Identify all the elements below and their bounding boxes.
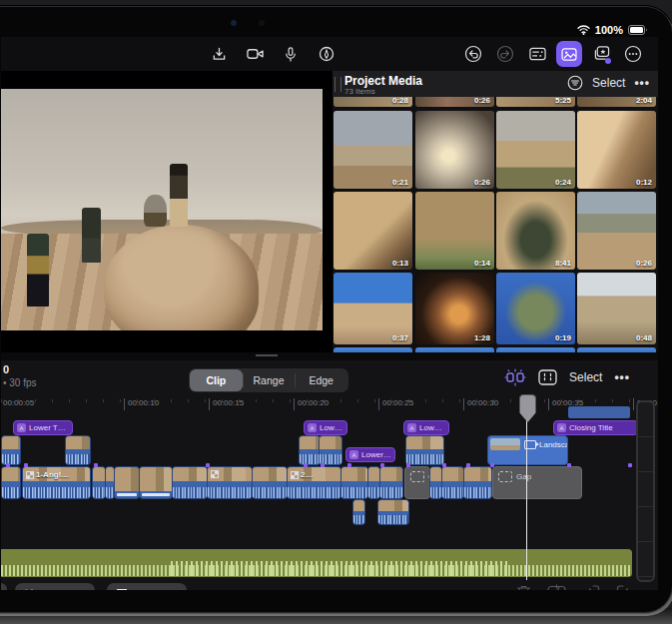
clip-waveform	[430, 487, 441, 498]
app-screen: 00:00:37:14 41% ••• 0:280:265:252:040:21…	[1, 37, 658, 590]
media-thumbnail[interactable]: 0:26	[415, 111, 494, 189]
media-thumbnail[interactable]: 0:24	[496, 111, 575, 189]
panel-grab-handle[interactable]	[335, 77, 341, 92]
playhead-line[interactable]	[526, 400, 527, 580]
title-clip-label: Closing Title	[569, 423, 613, 432]
media-thumbnail[interactable]: 0:14	[415, 192, 494, 270]
multicam-button[interactable]: Multicam	[107, 583, 187, 590]
wifi-icon	[577, 25, 590, 35]
clip-label	[211, 470, 219, 478]
timeline-lanes: ALower T…ALow…ALow…AClosing TitleALower……	[1, 360, 640, 580]
video-clip[interactable]	[299, 435, 321, 465]
connected-video-clip[interactable]: Landscap…	[487, 435, 568, 465]
redo-icon[interactable]	[492, 41, 518, 67]
media-more-icon[interactable]: •••	[634, 76, 650, 90]
undo-icon[interactable]	[460, 41, 486, 67]
clip-filmstrip	[2, 467, 20, 481]
video-clip[interactable]	[441, 466, 464, 499]
video-clip[interactable]	[352, 499, 365, 525]
status-bar: 100%	[577, 24, 648, 36]
clip-waveform	[173, 487, 207, 498]
media-thumbnail[interactable]: 0:37	[334, 273, 412, 344]
top-toolbar	[1, 37, 658, 71]
video-clip[interactable]	[340, 466, 368, 499]
multicam-clip-icon	[26, 471, 34, 479]
clip-waveform	[406, 454, 443, 464]
thumbnail-duration: 0:12	[636, 178, 652, 187]
pencil-icon[interactable]	[314, 41, 339, 67]
more-icon[interactable]	[620, 41, 646, 67]
disable-clip-icon[interactable]	[547, 584, 566, 590]
title-clip[interactable]: ALow…	[403, 420, 449, 435]
thumbnail-duration: 0:48	[636, 333, 652, 342]
overwrite-icon[interactable]	[616, 584, 634, 590]
clip-waveform	[341, 487, 367, 498]
clip-filmstrip	[353, 500, 364, 511]
media-thumbnail[interactable]: 0:26	[577, 192, 656, 270]
video-clip[interactable]	[114, 466, 140, 499]
timeline-footer: AnimateMulticam	[1, 580, 658, 590]
video-clip[interactable]	[252, 466, 288, 499]
connection-dot	[24, 463, 28, 467]
media-thumbnail[interactable]: 0:48	[577, 273, 656, 344]
clip-label: 2…	[291, 470, 313, 479]
title-clip[interactable]: ALower T…	[13, 420, 73, 435]
panel-divider[interactable]	[1, 352, 658, 360]
video-clip[interactable]: 1-Angl…	[22, 466, 91, 499]
media-browser-icon[interactable]	[556, 41, 582, 67]
title-clip[interactable]: ALow…	[304, 420, 347, 435]
video-clip[interactable]	[1, 435, 21, 465]
title-clip[interactable]: ALower…	[345, 447, 395, 462]
gap-icon	[498, 471, 512, 482]
title-badge-icon: A	[17, 423, 26, 432]
delete-icon[interactable]	[516, 584, 531, 590]
video-clip[interactable]	[405, 435, 444, 465]
footer-partial-button[interactable]	[1, 583, 7, 590]
filter-icon[interactable]	[567, 75, 583, 91]
clip-label: 1-Angl…	[26, 470, 69, 479]
page: 100%	[0, 0, 672, 624]
effects-icon[interactable]	[588, 41, 614, 67]
video-clip[interactable]	[379, 466, 403, 499]
import-icon[interactable]	[206, 41, 232, 67]
video-clip[interactable]	[92, 466, 106, 499]
gap-clip[interactable]: Gap	[492, 466, 582, 499]
clip-label: Landscap…	[524, 440, 568, 449]
title-clip-label: Lower T…	[29, 423, 66, 432]
video-clip[interactable]	[1, 466, 21, 499]
media-thumbnail[interactable]: 8:41	[496, 192, 575, 270]
timeline-section: 0 • 30 fps ClipRangeEdge Select •••	[1, 360, 658, 590]
connection-dot	[321, 463, 325, 467]
inspector-icon[interactable]	[524, 41, 550, 67]
preview-frame	[1, 89, 323, 330]
media-thumbnail[interactable]: 0:21	[334, 111, 412, 189]
media-thumbnail[interactable]: 0:12	[577, 111, 656, 189]
video-clip[interactable]	[65, 435, 91, 465]
gap-clip[interactable]: G…	[404, 466, 430, 499]
clip-filmstrip	[464, 467, 491, 481]
person-standing	[170, 164, 188, 227]
camera-icon[interactable]	[242, 41, 268, 67]
video-clip[interactable]: 2…	[287, 466, 341, 499]
thumbnail-duration: 5:25	[555, 96, 571, 105]
mic-icon[interactable]	[278, 41, 304, 67]
media-thumbnail[interactable]: 0:13	[334, 192, 412, 270]
video-clip[interactable]	[172, 466, 208, 499]
media-thumbnail[interactable]: 1:28	[415, 273, 494, 344]
thumbnail-duration: 0:28	[392, 96, 408, 105]
video-clip[interactable]	[319, 435, 342, 465]
video-clip[interactable]	[463, 466, 492, 499]
media-thumbnail[interactable]: 0:19	[496, 273, 575, 344]
animate-button[interactable]: Animate	[15, 583, 95, 590]
audio-track-clip[interactable]	[1, 549, 632, 577]
video-clip[interactable]	[139, 466, 173, 499]
clip-filmstrip	[66, 436, 90, 449]
timeline-scrollbar[interactable]	[636, 400, 655, 582]
insert-icon[interactable]	[582, 584, 600, 590]
timeline-clip-bar[interactable]	[568, 406, 630, 418]
title-clip[interactable]: AClosing Title	[553, 420, 638, 435]
video-clip[interactable]	[377, 499, 409, 525]
media-select-button[interactable]: Select	[592, 76, 625, 90]
video-clip[interactable]	[207, 466, 253, 499]
clip-waveform	[464, 487, 491, 498]
